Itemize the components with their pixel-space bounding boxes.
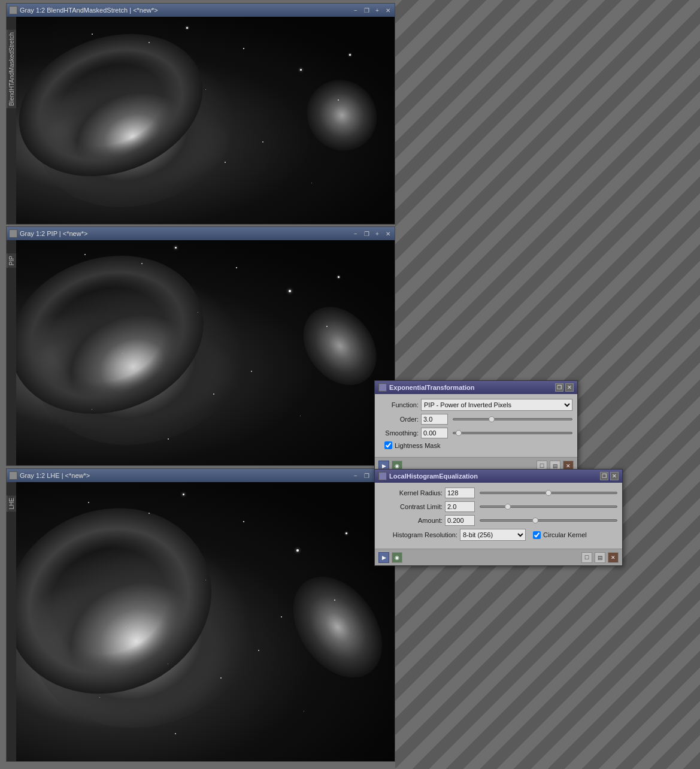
order-row: Order: — [380, 414, 572, 425]
window-lhe-titlebar[interactable]: Gray 1:2 LHE | <*new*> − ❐ + ✕ — [7, 469, 395, 482]
dialog-icon — [378, 472, 387, 480]
window-controls: − ❐ + ✕ — [351, 229, 392, 238]
titlebar-left: Gray 1:2 BlendHTAndMaskedStretch | <*new… — [9, 6, 158, 14]
smoothing-row: Smoothing: — [380, 428, 572, 438]
dialog-icon — [378, 383, 387, 392]
footer-left: ▶ ◉ — [378, 552, 402, 563]
dialog-close-button[interactable]: ✕ — [610, 472, 619, 480]
contrast-limit-row: Contrast Limit: — [380, 501, 617, 512]
titlebar-left: Gray 1:2 PIP | <*new*> — [9, 229, 87, 238]
minimize-button[interactable]: − — [351, 229, 360, 238]
minimize-button[interactable]: − — [351, 6, 360, 14]
close-button[interactable]: ✕ — [384, 6, 392, 14]
window-lhe: Gray 1:2 LHE | <*new*> − ❐ + ✕ LHE — [6, 468, 395, 762]
window-pip-titlebar[interactable]: Gray 1:2 PIP | <*new*> − ❐ + ✕ — [7, 227, 395, 240]
circular-kernel-checkbox[interactable] — [533, 531, 541, 539]
amount-thumb[interactable] — [532, 517, 538, 523]
titlebar-left: LocalHistogramEqualization — [378, 472, 478, 480]
open-button[interactable]: ▤ — [595, 552, 605, 563]
window-pip-title: Gray 1:2 PIP | <*new*> — [20, 230, 87, 237]
titlebar-left: Gray 1:2 LHE | <*new*> — [9, 471, 90, 480]
smoothing-slider[interactable] — [453, 432, 572, 434]
lightness-mask-checkbox[interactable] — [384, 441, 392, 449]
contrast-limit-label: Contrast Limit: — [380, 503, 443, 510]
histogram-resolution-label: Histogram Resolution: — [380, 531, 457, 538]
restore-button[interactable]: ❐ — [362, 229, 371, 238]
maximize-button[interactable]: + — [373, 229, 381, 238]
histogram-resolution-row: Histogram Resolution: 8-bit (256) Circul… — [380, 529, 617, 541]
dialog-exp-titlebar[interactable]: ExponentialTransformation ❐ ✕ — [375, 381, 577, 394]
dialog-restore-button[interactable]: ❐ — [555, 383, 563, 392]
contrast-limit-thumb[interactable] — [505, 504, 511, 510]
restore-button[interactable]: ❐ — [362, 471, 371, 480]
window-blendht: Gray 1:2 BlendHTAndMaskedStretch | <*new… — [6, 3, 395, 225]
function-label: Function: — [380, 401, 419, 408]
dialog-lhe: LocalHistogramEqualization ❐ ✕ Kernel Ra… — [374, 469, 623, 566]
kernel-radius-input[interactable] — [445, 488, 475, 498]
kernel-radius-slider[interactable] — [480, 492, 617, 494]
dialog-exponential: ExponentialTransformation ❐ ✕ Function: … — [374, 380, 578, 474]
amount-input[interactable] — [445, 515, 475, 526]
histogram-resolution-select[interactable]: 8-bit (256) — [460, 529, 526, 541]
kernel-radius-label: Kernel Radius: — [380, 489, 443, 496]
titlebar-left: ExponentialTransformation — [378, 383, 474, 392]
window-blendht-title: Gray 1:2 BlendHTAndMaskedStretch | <*new… — [20, 7, 158, 14]
lightness-mask-label: Lightness Mask — [395, 442, 440, 449]
amount-label: Amount: — [380, 517, 443, 524]
smoothing-slider-thumb[interactable] — [456, 430, 462, 436]
smoothing-input[interactable] — [421, 428, 448, 438]
dialog-lhe-content: Kernel Radius: Contrast Limit: Amount: H… — [375, 483, 622, 549]
dialog-exp-content: Function: PIP - Power of Inverted Pixels… — [375, 394, 577, 457]
kernel-radius-thumb[interactable] — [546, 490, 551, 496]
window-controls: − ❐ + ✕ — [351, 6, 392, 14]
restore-button[interactable]: ❐ — [362, 6, 371, 14]
dialog-lhe-title: LocalHistogramEqualization — [389, 473, 478, 480]
smoothing-label: Smoothing: — [380, 429, 419, 437]
function-select[interactable]: PIP - Power of Inverted Pixels — [421, 399, 572, 411]
maximize-button[interactable]: + — [373, 6, 381, 14]
dialog-lhe-titlebar[interactable]: LocalHistogramEqualization ❐ ✕ — [375, 470, 622, 483]
order-slider-thumb[interactable] — [489, 416, 495, 422]
window-pip-side-label: PIP — [7, 253, 16, 268]
dialog-restore-button[interactable]: ❐ — [600, 472, 608, 480]
contrast-limit-slider[interactable] — [480, 505, 617, 508]
preview-button[interactable]: ◉ — [392, 552, 402, 563]
window-blendht-side-label: BlendHTAndMaskedStretch — [7, 30, 16, 108]
window-icon — [9, 471, 17, 480]
window-icon — [9, 229, 17, 238]
order-input[interactable] — [421, 414, 448, 425]
kernel-radius-row: Kernel Radius: — [380, 488, 617, 498]
window-lhe-side-label: LHE — [7, 495, 16, 511]
window-blendht-titlebar[interactable]: Gray 1:2 BlendHTAndMaskedStretch | <*new… — [7, 4, 395, 17]
save-button[interactable]: ☐ — [581, 552, 592, 563]
order-slider[interactable] — [453, 418, 572, 420]
footer-right: ☐ ▤ ✕ — [581, 552, 619, 563]
order-label: Order: — [380, 416, 419, 423]
execute-button[interactable]: ✕ — [608, 552, 619, 563]
amount-slider[interactable] — [480, 519, 617, 522]
dialog-exp-title: ExponentialTransformation — [389, 384, 474, 391]
dialog-controls: ❐ ✕ — [600, 472, 619, 480]
amount-row: Amount: — [380, 515, 617, 526]
lightness-mask-row: Lightness Mask — [380, 441, 572, 449]
dialog-controls: ❐ ✕ — [555, 383, 574, 392]
function-row: Function: PIP - Power of Inverted Pixels — [380, 399, 572, 411]
window-icon — [9, 6, 17, 14]
new-instance-button[interactable]: ▶ — [378, 552, 389, 563]
contrast-limit-input[interactable] — [445, 501, 475, 512]
window-lhe-title: Gray 1:2 LHE | <*new*> — [20, 472, 90, 479]
minimize-button[interactable]: − — [351, 471, 360, 480]
dialog-close-button[interactable]: ✕ — [565, 383, 574, 392]
circular-kernel-label: Circular Kernel — [543, 531, 587, 538]
close-button[interactable]: ✕ — [384, 229, 392, 238]
window-pip: Gray 1:2 PIP | <*new*> − ❐ + ✕ PIP — [6, 226, 395, 466]
dialog-lhe-footer: ▶ ◉ ☐ ▤ ✕ — [375, 549, 622, 565]
